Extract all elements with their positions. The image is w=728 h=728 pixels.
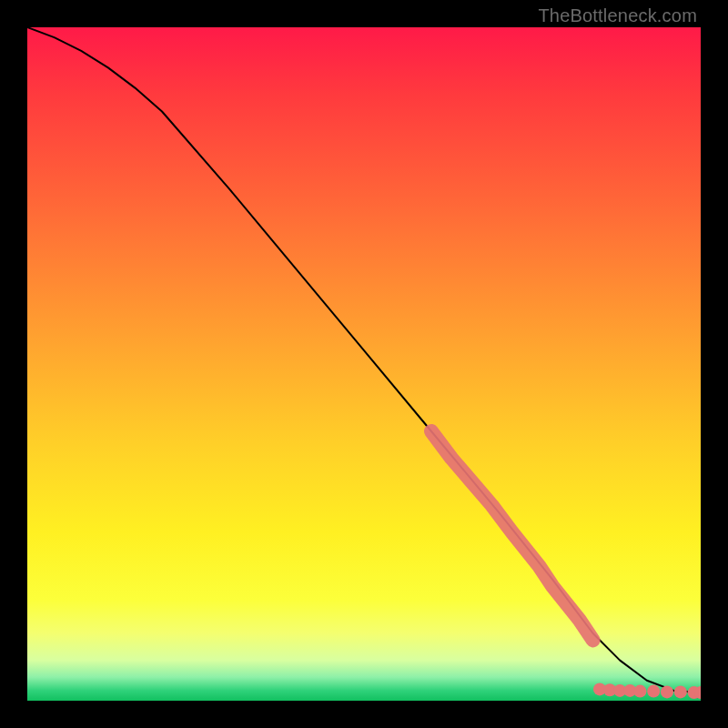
chart-overlay-segment — [431, 431, 593, 640]
chart-tail-dot — [633, 685, 646, 698]
chart-plot-area — [27, 27, 701, 701]
chart-tail-dot — [661, 685, 673, 698]
chart-tail-dot — [647, 685, 660, 698]
chart-stage: TheBottleneck.com — [0, 0, 728, 728]
chart-tail-dot — [674, 685, 687, 698]
chart-tail-dots — [593, 682, 701, 699]
chart-svg-layer — [27, 27, 701, 701]
watermark: TheBottleneck.com — [538, 5, 697, 26]
chart-main-curve — [27, 27, 701, 693]
